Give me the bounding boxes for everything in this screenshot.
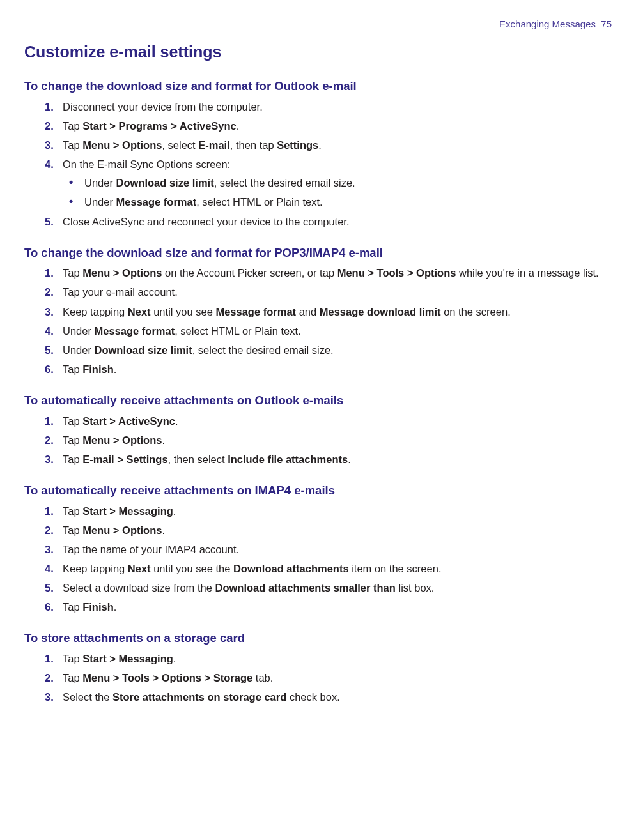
step-text: Keep tapping Next until you see Message … <box>63 306 511 317</box>
step-number: 3. <box>45 139 54 152</box>
step-text: Tap E-mail > Settings, then select Inclu… <box>63 454 351 465</box>
steps-list: 1.Disconnect your device from the comput… <box>45 100 612 229</box>
step-item: 3.Tap E-mail > Settings, then select Inc… <box>45 453 612 466</box>
step-item: 3.Tap the name of your IMAP4 account. <box>45 543 612 556</box>
step-item: 1.Disconnect your device from the comput… <box>45 100 612 114</box>
step-text: Tap Menu > Tools > Options > Storage tab… <box>63 672 273 683</box>
page-header: Exchanging Messages 75 <box>24 18 612 30</box>
step-number: 1. <box>45 505 54 518</box>
step-number: 3. <box>45 543 54 556</box>
step-number: 3. <box>45 691 54 704</box>
step-item: 3.Tap Menu > Options, select E-mail, the… <box>45 139 612 152</box>
section-heading: To change the download size and format f… <box>24 245 612 261</box>
step-item: 4.Keep tapping Next until you see the Do… <box>45 562 612 576</box>
bullet-list: Under Download size limit, select the de… <box>66 176 612 209</box>
step-text: Tap Menu > Options, select E-mail, then … <box>63 139 322 151</box>
step-number: 2. <box>45 434 54 447</box>
step-text: On the E-mail Sync Options screen: <box>63 158 230 170</box>
step-text: Select the Store attachments on storage … <box>63 691 340 703</box>
step-item: 1.Tap Menu > Options on the Account Pick… <box>45 266 612 280</box>
step-number: 3. <box>45 453 54 466</box>
step-item: 5.Close ActiveSync and reconnect your de… <box>45 215 612 229</box>
step-text: Close ActiveSync and reconnect your devi… <box>63 216 350 227</box>
step-text: Tap Finish. <box>63 601 116 613</box>
step-text: Tap your e-mail account. <box>63 286 178 298</box>
step-item: 2.Tap Menu > Options. <box>45 524 612 537</box>
step-item: 6.Tap Finish. <box>45 600 612 614</box>
step-text: Tap Start > Messaging. <box>63 505 176 517</box>
step-number: 3. <box>45 305 54 319</box>
section-heading: To automatically receive attachments on … <box>24 483 612 498</box>
step-item: 5.Under Download size limit, select the … <box>45 344 612 357</box>
step-number: 2. <box>45 524 54 537</box>
page-title: Customize e-mail settings <box>24 42 612 62</box>
step-number: 2. <box>45 671 54 685</box>
chapter-title: Exchanging Messages <box>499 19 596 29</box>
step-item: 1.Tap Start > Messaging. <box>45 505 612 518</box>
step-text: Keep tapping Next until you see the Down… <box>63 563 441 574</box>
step-number: 5. <box>45 215 54 229</box>
page-number: 75 <box>601 19 612 29</box>
step-number: 1. <box>45 266 54 280</box>
step-number: 6. <box>45 363 54 376</box>
section-heading: To store attachments on a storage card <box>24 630 612 646</box>
step-text: Tap Start > ActiveSync. <box>63 415 178 427</box>
step-text: Under Message format, select HTML or Pla… <box>63 325 301 337</box>
step-text: Tap Start > Programs > ActiveSync. <box>63 120 239 132</box>
steps-list: 1.Tap Start > Messaging.2.Tap Menu > Too… <box>45 652 612 704</box>
step-item: 2.Tap Start > Programs > ActiveSync. <box>45 119 612 133</box>
bullet-item: Under Message format, select HTML or Pla… <box>66 195 612 209</box>
step-number: 5. <box>45 581 54 595</box>
step-number: 1. <box>45 652 54 666</box>
step-number: 2. <box>45 286 54 299</box>
step-item: 1.Tap Start > ActiveSync. <box>45 415 612 428</box>
step-text: Tap Menu > Options. <box>63 434 165 446</box>
step-item: 4.On the E-mail Sync Options screen:Unde… <box>45 158 612 209</box>
step-item: 6.Tap Finish. <box>45 363 612 376</box>
step-item: 2.Tap your e-mail account. <box>45 286 612 299</box>
step-item: 2.Tap Menu > Options. <box>45 434 612 447</box>
steps-list: 1.Tap Start > ActiveSync.2.Tap Menu > Op… <box>45 415 612 466</box>
step-text: Tap Finish. <box>63 363 116 375</box>
step-number: 4. <box>45 325 54 338</box>
step-text: Under Download size limit, select the de… <box>63 344 334 356</box>
step-text: Tap Menu > Options on the Account Picker… <box>63 267 599 279</box>
step-item: 3.Keep tapping Next until you see Messag… <box>45 305 612 319</box>
steps-list: 1.Tap Start > Messaging.2.Tap Menu > Opt… <box>45 505 612 615</box>
step-number: 1. <box>45 100 54 114</box>
step-number: 4. <box>45 158 54 171</box>
step-item: 1.Tap Start > Messaging. <box>45 652 612 666</box>
step-text: Disconnect your device from the computer… <box>63 101 263 112</box>
step-number: 6. <box>45 600 54 614</box>
steps-list: 1.Tap Menu > Options on the Account Pick… <box>45 266 612 376</box>
step-item: 5.Select a download size from the Downlo… <box>45 581 612 595</box>
bullet-item: Under Download size limit, select the de… <box>66 176 612 190</box>
step-item: 2.Tap Menu > Tools > Options > Storage t… <box>45 671 612 685</box>
section-heading: To automatically receive attachments on … <box>24 393 612 408</box>
step-number: 5. <box>45 344 54 357</box>
step-number: 2. <box>45 119 54 133</box>
step-text: Tap the name of your IMAP4 account. <box>63 544 239 555</box>
step-text: Tap Start > Messaging. <box>63 653 176 664</box>
step-text: Select a download size from the Download… <box>63 582 434 593</box>
step-text: Tap Menu > Options. <box>63 524 165 536</box>
step-item: 4.Under Message format, select HTML or P… <box>45 325 612 338</box>
step-item: 3.Select the Store attachments on storag… <box>45 691 612 704</box>
step-number: 1. <box>45 415 54 428</box>
section-heading: To change the download size and format f… <box>24 79 612 94</box>
step-number: 4. <box>45 562 54 576</box>
